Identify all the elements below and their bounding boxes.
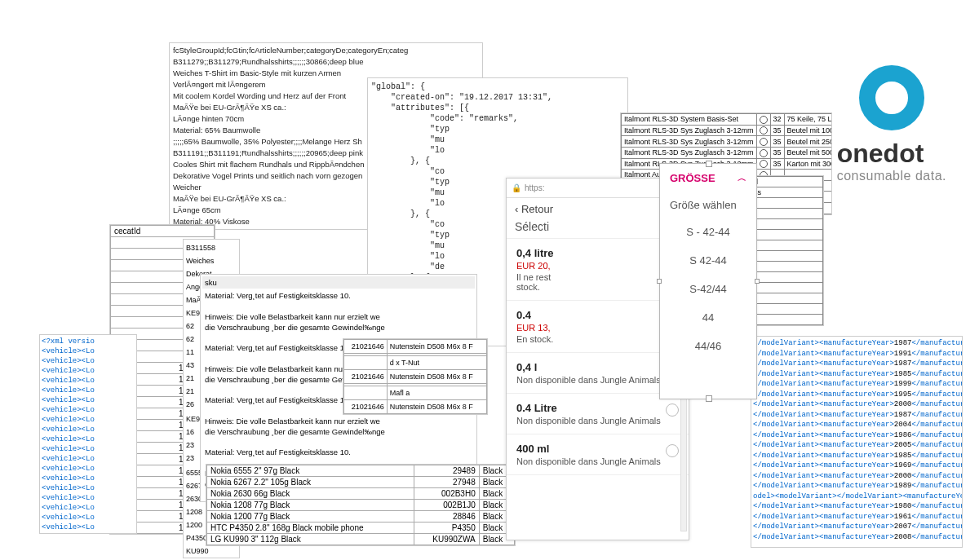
csv-line: fcStyleGroupId;fcGtin;fcArticleNumber;ca… — [173, 45, 479, 56]
item-price: EUR 13, — [516, 323, 679, 333]
resize-handle-icon[interactable] — [755, 279, 760, 284]
xml-vehicles-right: </modelVariant><manufactureYear>1987</ma… — [751, 336, 963, 548]
column-header: cecatId — [111, 226, 215, 237]
table-row: Italmont RLS-3D Sys Zuglasch 3-12mm35Beu… — [622, 136, 833, 148]
size-option[interactable]: 44 — [660, 303, 756, 332]
item-subtext: En stock. — [516, 334, 679, 344]
table-row: HTC P4350 2.8" 168g Black mobile phoneP4… — [207, 523, 515, 534]
chevron-up-icon: ︿ — [738, 172, 746, 184]
csv-line: B311279;;B311279;Rundhalsshirts;;;;;;308… — [173, 56, 479, 68]
size-option[interactable]: 44/46 — [660, 332, 756, 360]
item-title: 0,4 litre — [516, 247, 679, 259]
sku-header: sku — [202, 276, 475, 289]
size-title: GRÖSSE — [670, 172, 715, 184]
item-subtext: Non disponible dans Jungle Animals — [516, 416, 679, 426]
size-selector-popup: GRÖSSE ︿ Größe wählen S - 42-44S 42-44S-… — [659, 163, 757, 399]
nutenstein-panel: 21021646Nutenstein D508 M6x 8 Fd x T-Nut… — [343, 338, 488, 415]
logo-tagline: consumable data. — [837, 169, 946, 183]
xml-vehicles-left: <?xml versio<vehicle><Lo<vehicle><Lo<veh… — [39, 334, 137, 534]
size-popup-header[interactable]: GRÖSSE ︿ — [660, 164, 756, 187]
table-row: Nokia 1208 77g Black002B1J0Black — [207, 500, 515, 511]
size-choose-label: Größe wählen — [660, 187, 756, 218]
table-row: Nokia 2630 66g Black002B3H0Black — [207, 488, 515, 500]
url-text: https: — [525, 183, 544, 192]
refresh-icon[interactable] — [760, 126, 768, 134]
table-row: Nokia 6267 2.2" 105g Black27948Black — [207, 477, 515, 488]
sku-block: Material: Verg¸tet auf Festigkeitsklasse… — [202, 289, 475, 341]
resize-handle-icon[interactable] — [657, 279, 662, 284]
table-row: LG KU990 3" 112g BlackKU990ZWABlack — [207, 534, 515, 545]
radio-icon[interactable] — [666, 444, 679, 457]
cell: KU990 — [184, 545, 239, 558]
size-option[interactable]: S 42-44 — [660, 246, 756, 275]
refresh-icon[interactable] — [760, 149, 768, 157]
refresh-icon[interactable] — [760, 138, 768, 146]
table-row: Italmont RLS-3D Sys Zuglasch 3-12mm35Beu… — [622, 147, 833, 158]
table-row: Nokia 1200 77g Black28846Black — [207, 511, 515, 523]
item-title: 0.4 — [516, 309, 679, 321]
refresh-icon[interactable] — [760, 160, 768, 168]
lock-icon: 🔒 — [512, 183, 521, 192]
logo-text: onedot — [837, 139, 946, 169]
phones-panel: Nokia 6555 2" 97g Black29489BlackNokia 6… — [206, 464, 516, 546]
size-option[interactable]: S-42/44 — [660, 275, 756, 303]
table-row: 21021646Nutenstein D508 M6x 8 F — [344, 400, 487, 414]
size-option-item[interactable]: 400 mlNon disponible dans Jungle Animals — [507, 434, 689, 475]
size-option[interactable]: S - 42-44 — [660, 218, 756, 246]
phones-table: Nokia 6555 2" 97g Black29489BlackNokia 6… — [206, 465, 515, 545]
item-subtext: Non disponible dans Jungle Animals — [516, 456, 679, 466]
logo-circle-icon — [859, 65, 924, 130]
table-row: Italmont RLS-3D Sys Zuglasch 3-12mm35Beu… — [622, 125, 833, 136]
item-title: 0.4 Litre — [516, 402, 679, 414]
nutenstein-table: 21021646Nutenstein D508 M6x 8 Fd x T-Nut… — [343, 339, 487, 414]
table-row: d x T-Nut — [344, 356, 487, 370]
radio-icon[interactable] — [666, 403, 679, 417]
brand-logo: onedot consumable data. — [837, 65, 946, 183]
item-subtext: Non disponible dans Jungle Animals — [516, 375, 679, 385]
size-option-item[interactable]: 0.4 LitreNon disponible dans Jungle Anim… — [507, 394, 689, 434]
item-price: EUR 20, — [516, 261, 679, 271]
table-row: Italmont RLS-3D System Basis-Set3275 Kei… — [622, 114, 833, 126]
refresh-icon[interactable] — [760, 116, 768, 124]
item-title: 0,4 l — [516, 361, 679, 373]
table-row: Maﬂ a — [344, 386, 487, 400]
table-row: Nokia 6555 2" 97g Black29489Black — [207, 465, 515, 477]
table-row: 21021646Nutenstein D508 M6x 8 F — [344, 340, 487, 354]
table-row: 21021646Nutenstein D508 M6x 8 F — [344, 370, 487, 384]
cell: B311558 — [184, 241, 239, 254]
item-subtext: Il ne reststock. — [516, 272, 679, 292]
cell: Weiches — [184, 254, 239, 267]
item-title: 400 ml — [516, 443, 679, 455]
